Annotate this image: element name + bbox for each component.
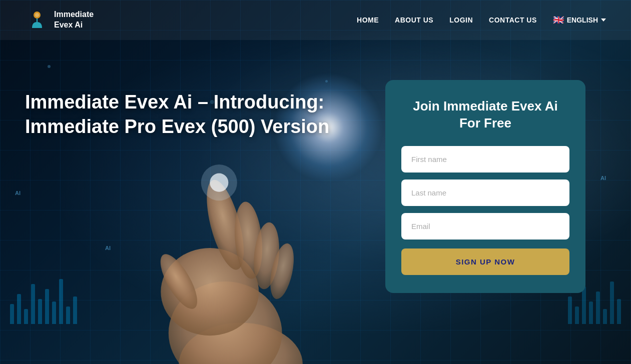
logo-line2: Evex Ai [54, 20, 83, 29]
hero-title: Immediate Evex Ai – Introducing: Immedia… [25, 90, 365, 140]
registration-form-panel: Join Immediate Evex Ai For Free SIGN UP … [385, 80, 585, 293]
svg-point-1 [35, 13, 39, 17]
navbar: Immediate Evex Ai HOME ABOUT US LOGIN CO… [0, 0, 631, 40]
first-name-input[interactable] [401, 146, 569, 172]
nav-links: HOME ABOUT US LOGIN CONTACT US 🇬🇧 ENGLIS… [357, 14, 606, 26]
logo-icon [25, 8, 49, 32]
hero-text-block: Immediate Evex Ai – Introducing: Immedia… [25, 80, 365, 140]
chevron-down-icon [601, 18, 606, 22]
logo[interactable]: Immediate Evex Ai [25, 8, 94, 32]
language-label: ENGLISH [567, 16, 598, 24]
email-input[interactable] [401, 213, 569, 240]
nav-home[interactable]: HOME [357, 16, 379, 24]
nav-contact[interactable]: CONTACT US [489, 16, 537, 24]
signup-button[interactable]: SIGN UP NOW [401, 248, 569, 275]
nav-about[interactable]: ABOUT US [395, 16, 433, 24]
form-title: Join Immediate Evex Ai For Free [401, 98, 569, 132]
flag-icon: 🇬🇧 [553, 14, 564, 26]
nav-login[interactable]: LOGIN [449, 16, 473, 24]
logo-line1: Immediate [54, 10, 94, 18]
language-selector[interactable]: 🇬🇧 ENGLISH [553, 14, 606, 26]
last-name-input[interactable] [401, 180, 569, 206]
logo-text: Immediate Evex Ai [54, 10, 94, 30]
hero-section: Immediate Evex Ai – Introducing: Immedia… [0, 40, 631, 313]
